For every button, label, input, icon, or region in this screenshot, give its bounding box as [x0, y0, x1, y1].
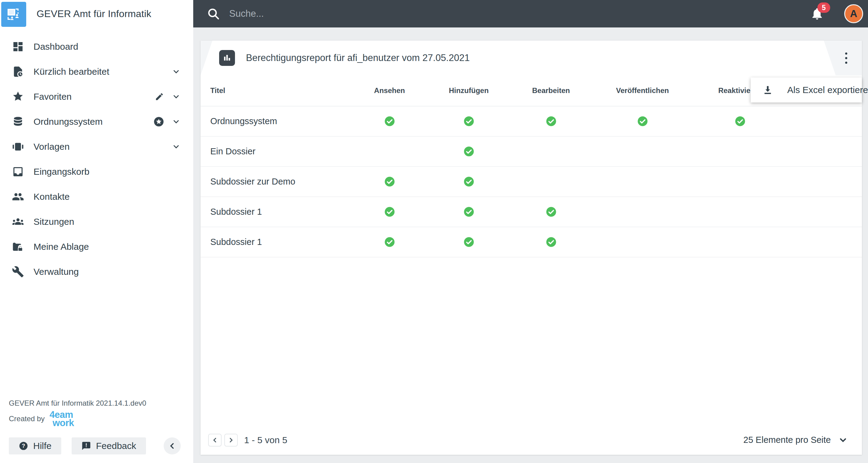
- report-card: Berechtigungsreport für afi_benutzer vom…: [200, 40, 862, 455]
- next-page-button[interactable]: [224, 434, 238, 446]
- actions-menu: Als Excel exportieren: [751, 78, 862, 103]
- column-header-bearbeiten: Bearbeiten: [508, 86, 594, 95]
- sidebar-item-label: Favoriten: [33, 91, 72, 102]
- column-header-titel: Titel: [200, 86, 350, 95]
- chevron-down-icon[interactable]: [172, 67, 180, 76]
- sidebar-footer: GEVER Amt für Informatik 2021.14.1.dev0 …: [9, 399, 185, 455]
- previous-page-button[interactable]: [208, 434, 222, 446]
- items-per-page-select[interactable]: 25 Elemente pro Seite: [743, 435, 848, 445]
- sidebar-item-label: Kontakte: [33, 192, 69, 202]
- granted-check-icon: [464, 176, 474, 187]
- granted-check-icon: [384, 116, 395, 126]
- database-icon: [11, 116, 25, 128]
- collapse-sidebar-button[interactable]: [164, 437, 181, 455]
- row-title: Ein Dossier: [200, 146, 350, 156]
- sidebar-item-label: Verwaltung: [33, 267, 79, 277]
- permission-cell: [508, 206, 594, 217]
- wrench-icon: [11, 266, 25, 278]
- sidebar-item-label: Sitzungen: [33, 216, 74, 227]
- sidebar-item-kontakte[interactable]: Kontakte: [0, 184, 193, 209]
- chevron-down-icon: [838, 435, 848, 445]
- star-icon: [11, 91, 25, 103]
- app-title: GEVER Amt für Informatik: [37, 8, 151, 20]
- export-excel-menu-item[interactable]: Als Excel exportieren: [787, 85, 868, 95]
- report-header: Berechtigungsreport für afi_benutzer vom…: [200, 40, 862, 75]
- permission-cell: [350, 206, 429, 217]
- granted-check-icon: [464, 237, 474, 248]
- granted-check-icon: [637, 116, 648, 126]
- sidebar-nav: Dashboard Kürzlich bearbeitet: [0, 27, 193, 284]
- 4teamwork-logo-line2: work: [50, 419, 74, 427]
- row-title: Ordnungssystem: [200, 116, 350, 126]
- download-icon: [762, 85, 773, 95]
- search-icon: [207, 7, 220, 21]
- sidebar-item-eingangskorb[interactable]: Eingangskorb: [0, 159, 193, 184]
- table-row[interactable]: Subdossier 1: [200, 197, 862, 227]
- table-row[interactable]: Ein Dossier: [200, 137, 862, 167]
- row-title: Subdossier zur Demo: [200, 177, 350, 187]
- help-icon: ?: [19, 441, 28, 451]
- column-header-ansehen: Ansehen: [350, 86, 429, 95]
- sidebar-item-verwaltung[interactable]: Verwaltung: [0, 259, 193, 284]
- granted-check-icon: [384, 237, 395, 248]
- pagination-range: 1 - 5 von 5: [244, 435, 287, 445]
- app-brand: GEVER Amt für Informatik: [0, 0, 193, 27]
- table-footer: 1 - 5 von 5 25 Elemente pro Seite: [200, 425, 862, 455]
- table-row[interactable]: Subdossier zur Demo: [200, 167, 862, 197]
- star-badge-icon[interactable]: [154, 117, 164, 127]
- svg-text:?: ?: [22, 443, 25, 449]
- feedback-button[interactable]: Feedback: [72, 437, 146, 455]
- user-avatar[interactable]: A: [844, 4, 863, 23]
- granted-check-icon: [464, 206, 474, 217]
- permission-cell: [429, 206, 508, 217]
- more-actions-button[interactable]: [839, 51, 854, 65]
- granted-check-icon: [384, 176, 395, 187]
- report-chart-icon: [219, 50, 235, 66]
- edit-icon[interactable]: [155, 92, 164, 101]
- sidebar-item-meine-ablage[interactable]: Meine Ablage: [0, 234, 193, 259]
- notification-count-badge: 5: [817, 2, 830, 13]
- search-input[interactable]: [228, 8, 504, 20]
- sidebar-item-favorites[interactable]: Favoriten: [0, 84, 193, 109]
- granted-check-icon: [464, 116, 474, 126]
- chevron-down-icon[interactable]: [172, 117, 180, 126]
- permission-cell: [429, 237, 508, 248]
- column-header-hinzufuegen: Hinzufügen: [429, 86, 508, 95]
- contacts-icon: [11, 191, 25, 203]
- permission-cell: [508, 237, 594, 248]
- sidebar-item-ordnungssystem[interactable]: Ordnungssystem: [0, 109, 193, 134]
- version-text: GEVER Amt für Informatik 2021.14.1.dev0: [9, 399, 185, 407]
- sidebar-item-dashboard[interactable]: Dashboard: [0, 34, 193, 59]
- granted-check-icon: [735, 116, 745, 126]
- row-title: Subdossier 1: [200, 207, 350, 217]
- help-button[interactable]: ? Hilfe: [9, 437, 61, 455]
- gever-logo-icon[interactable]: [1, 2, 26, 27]
- sidebar-item-label: Ordnungssystem: [33, 117, 103, 127]
- 4teamwork-logo[interactable]: 4eam work: [50, 410, 74, 427]
- permission-cell: [350, 116, 429, 126]
- sidebar-item-sitzungen[interactable]: Sitzungen: [0, 209, 193, 234]
- table-row[interactable]: Ordnungssystem: [200, 107, 862, 137]
- notifications-button[interactable]: 5: [810, 7, 824, 21]
- inbox-icon: [11, 166, 25, 178]
- sidebar-item-recently-edited[interactable]: Kürzlich bearbeitet: [0, 59, 193, 84]
- help-label: Hilfe: [33, 441, 52, 451]
- permission-cell: [508, 116, 594, 126]
- granted-check-icon: [546, 206, 557, 217]
- report-title: Berechtigungsreport für afi_benutzer vom…: [246, 53, 470, 63]
- sidebar-item-label: Dashboard: [33, 41, 78, 52]
- granted-check-icon: [546, 116, 557, 126]
- sidebar-item-vorlagen[interactable]: Vorlagen: [0, 134, 193, 159]
- global-search[interactable]: [207, 7, 810, 21]
- granted-check-icon: [546, 237, 557, 248]
- sidebar-item-label: Meine Ablage: [33, 241, 89, 252]
- feedback-icon: [82, 441, 91, 451]
- permission-cell: [350, 237, 429, 248]
- chevron-down-icon[interactable]: [172, 142, 180, 151]
- table-row[interactable]: Subdossier 1: [200, 227, 862, 257]
- chevron-down-icon[interactable]: [172, 92, 180, 101]
- column-header-veroeffentlichen: Veröffentlichen: [594, 86, 691, 95]
- topbar: 5 A: [193, 0, 868, 27]
- permission-cell: [594, 116, 691, 126]
- table-body: OrdnungssystemEin DossierSubdossier zur …: [200, 107, 862, 257]
